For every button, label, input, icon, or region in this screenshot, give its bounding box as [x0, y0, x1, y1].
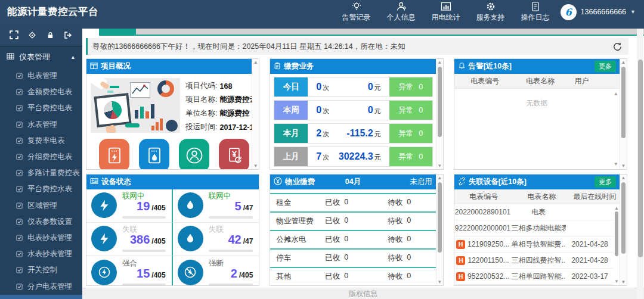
scroll-up-icon[interactable]: ▲ — [621, 60, 626, 65]
pending-label: 待收 — [388, 253, 402, 263]
sidebar-item-multichannel-meter[interactable]: 多路计量费控表 — [0, 165, 82, 181]
panel-title: 设备状态 — [101, 177, 131, 187]
alarm-table-header: 电表编号 电表名称 用户 — [454, 74, 620, 89]
scroll-down-icon[interactable]: ▼ — [437, 279, 442, 285]
electric-meter-shortcut-button[interactable] — [99, 139, 129, 170]
page-scrollbar-thumb[interactable] — [638, 60, 643, 257]
panel-payment-header: 缴费业务 — [270, 59, 435, 74]
user-shortcut-button[interactable] — [179, 139, 209, 170]
logout-icon[interactable] — [64, 31, 73, 39]
amount-unit: 元 — [374, 154, 381, 161]
scroll-up-icon[interactable]: ▲ — [614, 205, 619, 211]
scroll-up-icon[interactable]: ▲ — [437, 175, 442, 180]
scroll-up-icon[interactable]: ▲ — [621, 175, 626, 180]
sidebar-item-water-reading-mgmt[interactable]: 水表抄表管理 — [0, 246, 82, 262]
page-scrollbar[interactable] — [637, 29, 643, 299]
payment-row-today: 今日 0次0元 异常0 — [274, 77, 432, 97]
water-meter-icon — [144, 145, 165, 166]
tab-home[interactable] — [99, 29, 136, 36]
property-row-mgmt-fee: 物业管理费 已收0 待收0 — [270, 211, 435, 230]
received-value: 0 — [344, 198, 348, 208]
nav-operation-log[interactable]: 操作日志 — [521, 1, 550, 23]
fullscreen-icon[interactable] — [10, 30, 18, 39]
offline-device-row[interactable]: 20220002890101 电表 — [454, 204, 614, 220]
water-meter-shortcut-button[interactable] — [139, 139, 169, 170]
scroll-down-icon[interactable]: ▼ — [253, 163, 258, 169]
device-cell-electric-offline: 失联 386/405 — [86, 223, 173, 256]
scrollbar-thumb[interactable] — [438, 67, 442, 137]
nav-alarm-records[interactable]: 告警记录 — [342, 1, 371, 23]
offline-inner-scrollbar: ▲ ▼ — [614, 204, 620, 285]
lock-icon[interactable] — [47, 31, 54, 39]
sidebar-item-meter-reading-mgmt[interactable]: 电表抄表管理 — [0, 230, 82, 246]
bell-icon — [458, 62, 466, 71]
fee-name: 公摊水电 — [270, 235, 325, 245]
fee-name: 停车 — [270, 253, 325, 263]
sidebar-item-area-mgmt[interactable]: 区域管理 — [0, 198, 82, 214]
pending-label: 待收 — [388, 198, 402, 208]
column-header: 电表编号 — [454, 76, 516, 86]
last-online-time: 2021-04-28 — [566, 240, 614, 248]
scroll-up-icon[interactable]: ▲ — [253, 60, 258, 65]
scroll-down-icon[interactable]: ▼ — [621, 163, 626, 169]
device-progress-bar — [122, 216, 166, 219]
sidebar-item-switch-control[interactable]: 开关控制 — [0, 262, 82, 278]
sidebar-item-multirate-meter[interactable]: 复费率电表 — [0, 133, 82, 149]
received-value: 0 — [344, 253, 348, 263]
scroll-up-icon[interactable]: ▲ — [614, 91, 618, 96]
scroll-down-icon[interactable]: ▼ — [614, 161, 618, 167]
sidebar-item-amount-feecontrol-meter[interactable]: 金额费控电表 — [0, 84, 82, 100]
property-month: 04月 — [345, 177, 361, 187]
checkbox-icon — [16, 267, 23, 273]
device-count: 42 — [228, 233, 241, 246]
offline-more-button[interactable]: 更多 — [595, 176, 616, 188]
refresh-button[interactable] — [612, 42, 623, 52]
scrollbar-thumb[interactable] — [438, 182, 442, 253]
nav-service-support[interactable]: 服务支持 — [476, 1, 505, 23]
property-row-parking: 停车 已收0 待收0 — [270, 248, 435, 267]
panel-alarm-header: 告警[近10条] 更多 — [454, 59, 620, 74]
window-icon — [90, 62, 98, 71]
user-menu[interactable]: 6 13666666666 ▼ — [561, 4, 644, 20]
offline-device-row[interactable]: 92220002000001 三相多功能电能表 — [454, 220, 614, 236]
scroll-down-icon[interactable]: ▼ — [437, 163, 442, 169]
top-header: 能源计量费控云平台 告警记录 个人信息 用电统计 服务支持 操作日志 — [0, 0, 644, 24]
device-cell-water-online: 联网中 5/47 — [173, 189, 259, 223]
scrollbar-thumb[interactable] — [621, 182, 626, 254]
scrollbar-thumb[interactable] — [621, 67, 626, 138]
nav-personal-info[interactable]: 个人信息 — [387, 1, 416, 23]
offline-device-row[interactable]: H952200532... 三相单回路智能... 2022-03-17 — [454, 269, 614, 285]
sidebar-item-household-meter-mgmt[interactable]: 分户电表管理 — [0, 278, 82, 294]
field-label: 项目代码: — [185, 81, 217, 91]
sidebar-group-meter-management[interactable]: 仪表管理 ▲ — [0, 46, 82, 68]
amount-unit: 元 — [374, 130, 381, 138]
sidebar-item-platform-feecontrol-meter[interactable]: 平台费控电表 — [0, 100, 82, 116]
clipboard-icon — [274, 62, 281, 71]
column-header: 用户 — [565, 76, 598, 86]
nav-power-statistics[interactable]: 用电统计 — [432, 1, 460, 23]
sidebar-item-platform-water-meter[interactable]: 平台费控水表 — [0, 181, 82, 197]
sidebar-item-meter-params[interactable]: 仪表参数设置 — [0, 214, 82, 230]
bill-shortcut-button[interactable] — [219, 139, 249, 170]
sidebar-item-label: 电表抄表管理 — [27, 233, 72, 243]
navigate-icon[interactable] — [28, 31, 36, 39]
pending-label: 待收 — [388, 272, 402, 282]
times-unit: 次 — [323, 107, 329, 114]
sidebar-item-water-meter-mgmt[interactable]: 水表管理 — [0, 117, 82, 133]
abnormal-badge: 异常0 — [389, 101, 432, 120]
offline-device-row[interactable]: H121909250... 单相导轨智能费... 2021-04-28 — [454, 236, 614, 253]
scrollbar-thumb[interactable] — [615, 211, 618, 256]
alarm-more-button[interactable]: 更多 — [595, 61, 616, 72]
pending-value: 0 — [407, 198, 411, 208]
sidebar-item-group-feecontrol-meter[interactable]: 分组费控电表 — [0, 149, 82, 165]
drop-icon — [184, 199, 197, 212]
bulb-icon — [351, 1, 362, 12]
scroll-up-icon[interactable]: ▲ — [437, 60, 442, 65]
offline-device-row[interactable]: H122001150... 三相四线费控智... 2021-04-28 — [454, 253, 614, 269]
scroll-down-icon[interactable]: ▼ — [621, 279, 626, 285]
footer: 版权信息 — [82, 288, 644, 299]
gear-icon — [485, 1, 496, 12]
scroll-down-icon[interactable]: ▼ — [614, 279, 619, 284]
sidebar-item-meter-mgmt[interactable]: 电表管理 — [0, 68, 82, 84]
device-cell-water-offline: 失联 42/47 — [173, 223, 259, 256]
